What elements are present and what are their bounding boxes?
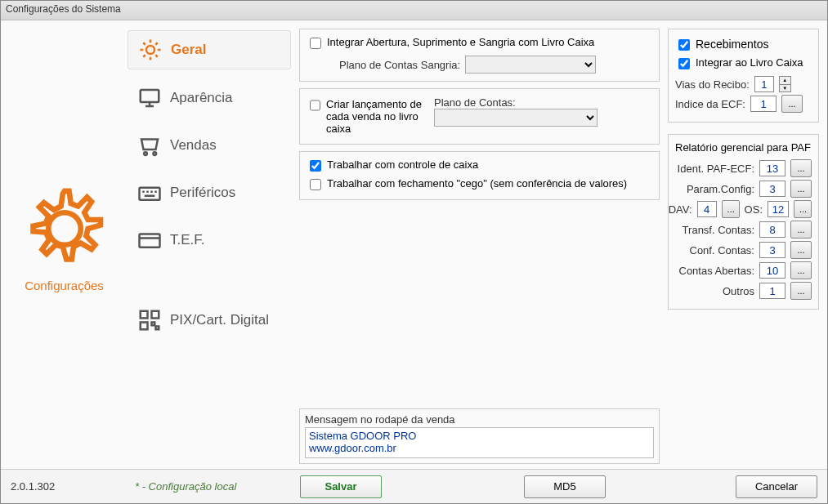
svg-rect-7: [141, 311, 148, 319]
right-column: Recebimentos Integrar ao Livro Caixa Via…: [668, 29, 819, 469]
conf-browse-button[interactable]: ...: [790, 241, 812, 259]
nav-label: Aparência: [170, 90, 233, 106]
param-browse-button[interactable]: ...: [790, 180, 812, 198]
qr-icon: [137, 308, 162, 332]
footer-label: Mensagem no rodapé da venda: [305, 412, 654, 427]
app-window: Configurações do Sistema Configurações G…: [0, 0, 828, 504]
center-column: Integrar Abertura, Suprimento e Sangria …: [299, 29, 660, 469]
cart-icon: [137, 133, 162, 158]
main-panel: Integrar Abertura, Suprimento e Sangria …: [291, 20, 827, 469]
plano-contas-select[interactable]: [434, 109, 598, 127]
conf-input[interactable]: [759, 242, 785, 258]
keyboard-icon: [137, 181, 162, 205]
nav-item-pix[interactable]: PIX/Cart. Digital: [128, 301, 291, 339]
outros-label: Outros: [723, 285, 754, 297]
svg-point-3: [144, 152, 147, 155]
plano-sangria-select[interactable]: [465, 56, 596, 74]
param-label: Param.Config:: [687, 183, 754, 195]
svg-rect-8: [152, 311, 159, 319]
conf-label: Conf. Contas:: [690, 244, 755, 256]
nav-label: T.E.F.: [170, 232, 205, 248]
row-vias-recibo: Vias do Recibo: ▲▼: [675, 76, 812, 92]
row-ident-paf: Ident. PAF-ECF: ...: [675, 159, 812, 177]
nav-item-aparencia[interactable]: Aparência: [128, 79, 291, 117]
md5-button[interactable]: MD5: [524, 475, 606, 498]
indice-label: Indice da ECF:: [675, 98, 745, 110]
sidebar-label: Configurações: [25, 279, 104, 292]
svg-rect-6: [140, 234, 160, 248]
nav-item-geral[interactable]: Geral: [128, 30, 291, 69]
nav-label: Geral: [171, 42, 206, 58]
nav-item-perifericos[interactable]: Periféricos: [128, 174, 291, 212]
abertas-browse-button[interactable]: ...: [790, 261, 812, 279]
version-label: 2.0.1.302: [11, 480, 125, 493]
footer-message-group: Mensagem no rodapé da venda: [299, 408, 660, 464]
card-icon: [137, 228, 162, 252]
body: Configurações Geral Aparência Vendas Per…: [1, 20, 827, 469]
titlebar: Configurações do Sistema: [1, 1, 827, 20]
dav-browse-button[interactable]: ...: [722, 200, 740, 218]
svg-rect-9: [141, 323, 148, 330]
transf-input[interactable]: [759, 221, 785, 238]
chk-recebimentos[interactable]: Recebimentos: [675, 36, 812, 55]
window-title: Configurações do Sistema: [6, 3, 121, 15]
cancelar-button[interactable]: Cancelar: [736, 475, 817, 498]
chk-criar-lancamento[interactable]: Criar lançamento de cada venda no livro …: [307, 96, 429, 136]
os-browse-button[interactable]: ...: [794, 200, 812, 218]
svg-point-0: [48, 212, 81, 245]
checkbox-input[interactable]: [678, 39, 690, 51]
vias-input[interactable]: [754, 76, 774, 92]
group-title: Recebimentos: [696, 38, 769, 51]
nav-label: PIX/Cart. Digital: [170, 312, 269, 328]
gear-icon: [20, 184, 110, 274]
chk-integrar-livro[interactable]: Integrar ao Livro Caixa: [675, 55, 812, 74]
chk-fechamento-cego[interactable]: Trabalhar com fechamento "cego" (sem con…: [307, 176, 652, 194]
chk-controle-caixa[interactable]: Trabalhar com controle de caixa: [307, 157, 652, 176]
os-input[interactable]: [768, 201, 789, 217]
ident-label: Ident. PAF-ECF:: [678, 163, 754, 175]
group-integrar: Integrar Abertura, Suprimento e Sangria …: [299, 29, 660, 82]
salvar-button[interactable]: Salvar: [300, 475, 382, 498]
abertas-input[interactable]: [759, 262, 785, 279]
chk-label: Criar lançamento de cada venda no livro …: [326, 98, 429, 135]
group-relatorio-paf: Relatório gerencial para PAF Ident. PAF-…: [668, 134, 819, 310]
checkbox-input[interactable]: [310, 179, 321, 190]
dav-label: DAV:: [669, 203, 692, 216]
nav-label: Vendas: [170, 137, 217, 154]
outros-browse-button[interactable]: ...: [790, 282, 812, 300]
os-label: OS:: [745, 203, 763, 216]
indice-browse-button[interactable]: ...: [781, 95, 803, 113]
row-contas-abertas: Contas Abertas: ...: [675, 261, 812, 279]
vias-spinner[interactable]: ▲▼: [779, 76, 791, 92]
nav-item-tef[interactable]: T.E.F.: [128, 221, 291, 259]
nav-panel: Geral Aparência Vendas Periféricos T.E.F…: [128, 20, 291, 469]
abertas-label: Contas Abertas:: [679, 265, 755, 277]
row-transf-contas: Transf. Contas: ...: [675, 221, 812, 239]
indice-input[interactable]: [750, 96, 777, 112]
dav-input[interactable]: [697, 201, 717, 217]
nav-item-vendas[interactable]: Vendas: [128, 127, 291, 164]
row-outros: Outros ...: [675, 282, 812, 300]
chk-integrar-abertura[interactable]: Integrar Abertura, Suprimento e Sangria …: [307, 34, 652, 53]
chk-label: Integrar Abertura, Suprimento e Sangria …: [327, 36, 594, 48]
svg-point-4: [153, 152, 156, 155]
monitor-icon: [137, 86, 162, 110]
outros-input[interactable]: [759, 283, 785, 299]
group-recebimentos: Recebimentos Integrar ao Livro Caixa Via…: [668, 29, 819, 123]
checkbox-input[interactable]: [678, 58, 690, 69]
checkbox-input[interactable]: [310, 38, 321, 49]
vias-label: Vias do Recibo:: [675, 78, 750, 91]
nav-label: Periféricos: [170, 185, 235, 201]
checkbox-input[interactable]: [310, 100, 320, 111]
relatorio-title: Relatório gerencial para PAF: [675, 141, 812, 157]
bottombar: 2.0.1.302 * - Configuração local Salvar …: [1, 469, 827, 503]
footer-textarea[interactable]: [305, 427, 654, 458]
checkbox-input[interactable]: [310, 160, 321, 172]
svg-rect-2: [141, 90, 159, 102]
ident-browse-button[interactable]: ...: [790, 159, 812, 177]
param-input[interactable]: [759, 181, 785, 197]
transf-browse-button[interactable]: ...: [790, 221, 812, 239]
ident-input[interactable]: [759, 160, 785, 176]
transf-label: Transf. Contas:: [683, 224, 754, 236]
svg-rect-5: [140, 188, 160, 200]
